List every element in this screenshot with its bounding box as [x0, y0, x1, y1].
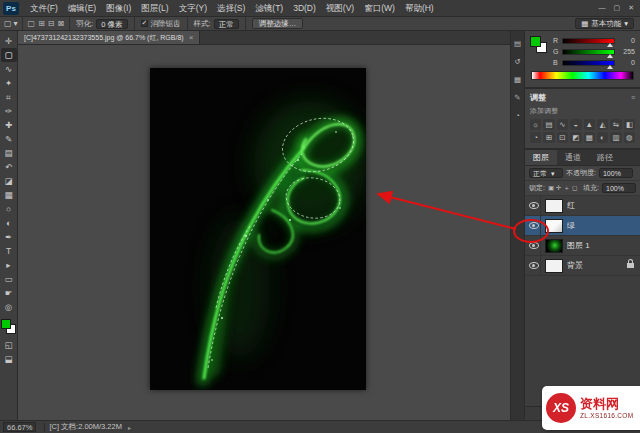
layer-name[interactable]: 红 — [567, 200, 575, 211]
path-select-tool[interactable]: ▸ — [1, 258, 17, 272]
layer-row-green[interactable]: 绿 — [525, 216, 640, 236]
gradient-tool[interactable]: ▦ — [1, 188, 17, 202]
move-tool[interactable]: ✛ — [1, 34, 17, 48]
blur-tool[interactable]: ○ — [1, 202, 17, 216]
dodge-tool[interactable]: ◐ — [1, 216, 17, 230]
menu-image[interactable]: 图像(I) — [101, 0, 136, 17]
antialias-checkbox[interactable] — [141, 20, 148, 27]
visibility-eye-icon[interactable] — [529, 242, 539, 249]
subtract-selection-icon[interactable]: ⊟ — [48, 19, 55, 28]
zoom-tool[interactable]: ◎ — [1, 300, 17, 314]
color-balance-icon[interactable]: ⇋ — [610, 119, 621, 130]
crop-tool[interactable]: ⌗ — [1, 90, 17, 104]
menu-view[interactable]: 视图(V) — [321, 0, 359, 17]
layer-row-background[interactable]: 背景 — [525, 256, 640, 276]
blue-slider[interactable] — [562, 60, 615, 66]
tab-layers[interactable]: 图层 — [525, 150, 557, 165]
quick-mask-icon[interactable]: ◱ — [1, 338, 17, 352]
lock-transparency-icon[interactable]: ▣ — [548, 184, 554, 193]
brush-panel-icon[interactable]: ✎ — [514, 93, 520, 102]
levels-icon[interactable]: ▤ — [543, 119, 554, 130]
brush-tool[interactable]: ✎ — [1, 132, 17, 146]
menu-file[interactable]: 文件(F) — [25, 0, 63, 17]
layer-thumbnail[interactable] — [545, 199, 563, 213]
hand-tool[interactable]: ☛ — [1, 286, 17, 300]
intersect-selection-icon[interactable]: ⊠ — [58, 19, 65, 28]
menu-select[interactable]: 选择(S) — [212, 0, 250, 17]
menu-type[interactable]: 文字(Y) — [174, 0, 212, 17]
layer-thumbnail[interactable] — [545, 239, 563, 253]
layer-row-layer1[interactable]: 图层 1 — [525, 236, 640, 256]
layer-name[interactable]: 背景 — [567, 260, 583, 271]
info-panel-icon[interactable]: ◔ — [515, 111, 520, 120]
status-options-arrow[interactable]: ▸ — [128, 424, 131, 431]
gradient-map-icon[interactable]: ▥ — [610, 132, 621, 143]
lock-pixels-icon[interactable]: ＋ — [564, 184, 571, 193]
eyedropper-tool[interactable]: ✑ — [1, 104, 17, 118]
exposure-icon[interactable]: ◒ — [570, 119, 581, 130]
menu-edit[interactable]: 编辑(E) — [63, 0, 101, 17]
fill-input[interactable]: 100% — [602, 183, 636, 193]
menu-help[interactable]: 帮助(H) — [400, 0, 439, 17]
vibrance-icon[interactable]: ▲ — [584, 119, 595, 130]
color-lookup-icon[interactable]: ⊡ — [557, 132, 568, 143]
layer-thumbnail[interactable] — [545, 259, 563, 273]
brightness-contrast-icon[interactable]: ☼ — [530, 119, 541, 130]
color-spectrum-ramp[interactable] — [531, 71, 634, 80]
canvas-area[interactable] — [18, 45, 510, 420]
lock-all-icon[interactable]: ◻ — [572, 184, 577, 193]
visibility-eye-icon[interactable] — [529, 262, 539, 269]
swatches-panel-icon[interactable]: ▦ — [514, 75, 521, 84]
menu-3d[interactable]: 3D(D) — [288, 0, 321, 17]
restore-button[interactable]: ▢ — [614, 4, 621, 12]
invert-icon[interactable]: ◩ — [570, 132, 581, 143]
refine-edge-button[interactable]: 调整边缘… — [252, 18, 304, 29]
lasso-tool[interactable]: ∿ — [1, 62, 17, 76]
screen-mode-icon[interactable]: ⬓ — [1, 352, 17, 366]
panel-menu-icon[interactable]: ≡ — [631, 94, 635, 101]
green-slider[interactable] — [562, 49, 615, 55]
curves-icon[interactable]: ∿ — [557, 119, 568, 130]
layer-thumbnail[interactable] — [545, 219, 563, 233]
color-swatches[interactable] — [1, 319, 16, 334]
clone-stamp-tool[interactable]: ▤ — [1, 146, 17, 160]
channel-mixer-icon[interactable]: ⊞ — [543, 132, 554, 143]
workspace-switcher[interactable]: ▦ 基本功能 ▾ — [575, 18, 634, 29]
close-button[interactable]: ✕ — [628, 4, 634, 12]
minimize-button[interactable]: — — [599, 4, 606, 12]
properties-panel-icon[interactable]: ▤ — [514, 39, 521, 48]
layer-name[interactable]: 图层 1 — [567, 240, 590, 251]
marquee-tool[interactable]: ▢ — [1, 48, 17, 62]
opacity-input[interactable]: 100% — [599, 168, 633, 178]
history-brush-tool[interactable]: ↶ — [1, 160, 17, 174]
add-selection-icon[interactable]: ⊞ — [38, 19, 45, 28]
tab-paths[interactable]: 路径 — [589, 150, 621, 165]
tab-channels[interactable]: 通道 — [557, 150, 589, 165]
history-panel-icon[interactable]: ↺ — [514, 57, 520, 66]
layer-name[interactable]: 绿 — [567, 220, 575, 231]
new-selection-icon[interactable]: ▢ — [28, 19, 36, 28]
selective-color-icon[interactable]: ◍ — [624, 132, 635, 143]
visibility-eye-icon[interactable] — [529, 222, 539, 229]
visibility-eye-icon[interactable] — [529, 202, 539, 209]
shape-tool[interactable]: ▭ — [1, 272, 17, 286]
foreground-color-swatch[interactable] — [1, 319, 11, 329]
type-tool[interactable]: T — [1, 244, 17, 258]
menu-window[interactable]: 窗口(W) — [359, 0, 400, 17]
black-white-icon[interactable]: ◧ — [624, 119, 635, 130]
threshold-icon[interactable]: ◐ — [597, 132, 608, 143]
zoom-level-input[interactable]: 66.67% — [3, 422, 36, 432]
posterize-icon[interactable]: ▦ — [584, 132, 595, 143]
photo-filter-icon[interactable]: ◔ — [530, 132, 541, 143]
quick-select-tool[interactable]: ✦ — [1, 76, 17, 90]
feather-input[interactable]: 0 像素 — [96, 19, 127, 29]
green-value[interactable]: 255 — [619, 48, 635, 55]
style-select[interactable]: 正常 — [214, 19, 239, 29]
eraser-tool[interactable]: ◪ — [1, 174, 17, 188]
panel-color-swatches[interactable] — [530, 36, 547, 53]
blend-mode-select[interactable]: 正常 ▾ — [529, 168, 563, 178]
lock-position-icon[interactable]: ✛ — [556, 184, 561, 193]
red-slider[interactable] — [562, 38, 615, 44]
layer-row-red[interactable]: 红 — [525, 196, 640, 216]
healing-brush-tool[interactable]: ✚ — [1, 118, 17, 132]
